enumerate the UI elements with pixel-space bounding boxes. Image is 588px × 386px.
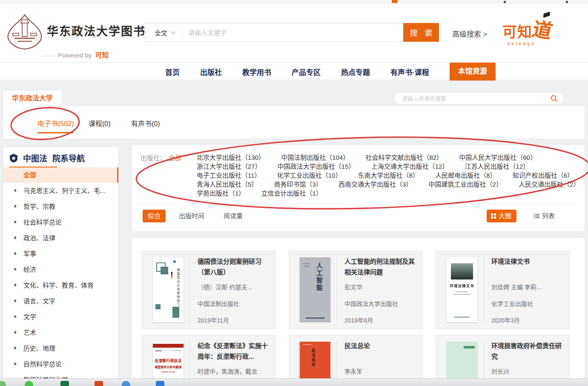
search-input[interactable] bbox=[182, 29, 404, 36]
category-item[interactable]: 社会科学总论 bbox=[3, 214, 118, 230]
nav-item-audiobooks-courses[interactable]: 有声书·课程 bbox=[390, 66, 429, 77]
book-date: 2020年3月 bbox=[491, 316, 565, 324]
arrow-right-icon bbox=[14, 362, 17, 366]
taskbar-app-icon[interactable] bbox=[0, 381, 6, 386]
taskbar-app-icon[interactable] bbox=[60, 381, 69, 386]
book-cover: 人工智能 bbox=[300, 257, 330, 322]
resource-search-input[interactable] bbox=[394, 95, 550, 102]
book-card[interactable]: 反垄断行政执法 典型案件分析与解读 （2008-2018） 纪念《反垄断法》实施… bbox=[142, 335, 276, 378]
arrow-right-icon bbox=[14, 315, 17, 318]
publisher-filter-item[interactable]: 中国法制出版社（104） bbox=[281, 154, 349, 161]
publisher-filter-item[interactable]: 江苏人民出版社（12） bbox=[465, 163, 530, 170]
university-emblem bbox=[6, 13, 43, 54]
category-item[interactable]: 艺术 bbox=[3, 325, 118, 340]
advanced-search-link[interactable]: 高级搜索 > bbox=[452, 28, 488, 39]
book-cover: H 环境损害 政府补偿责任研究 bbox=[447, 342, 477, 378]
book-title: 人工智能的刑法规制及其相关法律问题 bbox=[344, 256, 418, 277]
publisher-filter-item[interactable]: 中国政法大学出版社（15） bbox=[278, 163, 355, 170]
divider bbox=[484, 257, 484, 323]
tab-audiobooks[interactable]: 有声书(0) bbox=[131, 118, 160, 128]
category-item[interactable]: 历史、地理 bbox=[3, 340, 118, 356]
book-card[interactable]: 民法总论 民法总论 李永军 bbox=[289, 335, 423, 378]
browser-edge-strip bbox=[0, 0, 588, 3]
browser-tab-favicon bbox=[392, 0, 398, 3]
taskbar-app-icon[interactable] bbox=[122, 381, 130, 386]
publisher-filter-item[interactable]: 化学工业出版社（10） bbox=[277, 172, 342, 179]
sort-read-count-button[interactable]: 阅读量 bbox=[224, 210, 243, 222]
mountain-photo bbox=[451, 263, 473, 279]
nav-item-publishers[interactable]: 出版社 bbox=[200, 66, 222, 77]
nav-item-library-resources[interactable]: 本馆资源 bbox=[450, 63, 496, 81]
book-cover: 德国债法分则案例研习 bbox=[153, 257, 184, 322]
publisher-filter-item[interactable]: 北京大学出版社（130） bbox=[197, 154, 265, 161]
category-item-all[interactable]: 全部 bbox=[3, 167, 118, 183]
divider bbox=[141, 204, 573, 204]
publisher-filter-label: 出版社： bbox=[141, 153, 166, 162]
publisher-filter-item[interactable]: 知识产权出版社（6） bbox=[513, 172, 574, 179]
publisher-filter-item[interactable]: 商务印书馆（3） bbox=[274, 181, 322, 188]
category-item[interactable]: 文化、科学、教育、体育 bbox=[3, 277, 118, 293]
publisher-filter-item[interactable]: 青海人民出版社（5） bbox=[197, 181, 258, 188]
tab-ebooks[interactable]: 电子书(502) bbox=[37, 118, 74, 128]
sidebar-tab-clc[interactable]: 中图法 bbox=[23, 152, 47, 164]
arrow-right-icon bbox=[14, 252, 17, 255]
taskbar-app-icon[interactable] bbox=[156, 381, 164, 386]
book-date: 2019年8月 bbox=[344, 316, 418, 324]
book-card[interactable]: 人工智能 人工智能的刑法规制及其相关法律问题 彭文华 中国政法大学出版社 201… bbox=[289, 251, 423, 329]
category-item[interactable]: 哲学、宗教 bbox=[3, 199, 118, 214]
sort-publish-time-button[interactable]: 出版时间 bbox=[179, 210, 204, 222]
publisher-filter-item[interactable]: 电子工业出版社（11） bbox=[197, 172, 261, 179]
sidebar-tab-departments[interactable]: 院系导航 bbox=[52, 152, 85, 164]
book-card[interactable]: 德国债法分则案例研习 德国债法分则案例研习（第八版） （德）汉斯·约瑟夫... … bbox=[142, 251, 276, 329]
publisher-filter-item[interactable]: 中国建筑工业出版社（2） bbox=[429, 181, 502, 188]
nav-item-product-zone[interactable]: 产品专区 bbox=[292, 66, 321, 77]
taskbar-app-icon[interactable] bbox=[95, 381, 103, 386]
book-cover: 环境法律文书 bbox=[447, 257, 477, 322]
windows-taskbar[interactable] bbox=[0, 378, 588, 386]
category-item[interactable]: 政治、法律 bbox=[3, 230, 118, 246]
nav-item-home[interactable]: 首页 bbox=[165, 66, 180, 77]
book-author: （德）汉斯·约瑟夫... bbox=[198, 282, 271, 291]
search-scope-dropdown[interactable]: 全文 bbox=[145, 28, 182, 37]
category-item[interactable]: 马克思主义、列宁主义、毛... bbox=[3, 183, 118, 199]
category-item[interactable]: 军事 bbox=[3, 246, 118, 262]
view-large-button[interactable]: 大图 bbox=[487, 210, 516, 222]
publisher-filter-item[interactable]: 社会科学文献出版社（82） bbox=[365, 154, 443, 161]
publisher-filter-item[interactable]: 中国人民大学出版社（60） bbox=[459, 154, 536, 161]
book-card[interactable]: H 环境损害 政府补偿责任研究 环境损害政府补偿责任研究 刘长兴 bbox=[436, 335, 570, 378]
publisher-filter-item[interactable]: 学苑出版社（1） bbox=[197, 190, 245, 197]
main-nav: 首页 出版社 教学用书 产品专区 热点专题 有声书·课程 本馆资源 bbox=[0, 62, 588, 80]
publisher-filter-all[interactable]: 全部 bbox=[169, 153, 181, 162]
publisher-filter-list: 北京大学出版社（130） 中国法制出版社（104） 社会科学文献出版社（82） … bbox=[197, 153, 578, 198]
taskbar-app-icon[interactable] bbox=[25, 381, 33, 386]
main-search-bar: 全文 bbox=[145, 23, 404, 42]
chevron-down-icon bbox=[171, 29, 175, 34]
book-title: 民法总论 bbox=[344, 340, 418, 351]
tab-courses[interactable]: 课程(0) bbox=[89, 118, 111, 128]
nav-item-hot-topics[interactable]: 热点专题 bbox=[341, 66, 370, 77]
search-button[interactable]: 搜 索 bbox=[403, 23, 439, 42]
arrow-right-icon bbox=[14, 236, 17, 239]
publisher-filter-item[interactable]: 立信会计出版社（1） bbox=[261, 190, 322, 197]
publisher-filter-item[interactable]: 西南交通大学出版社（3） bbox=[338, 181, 412, 188]
sort-comprehensive-button[interactable]: 综合 bbox=[143, 210, 166, 222]
publisher-filter-item[interactable]: 东南大学出版社（8） bbox=[358, 172, 419, 179]
category-sidebar: 中图法 院系导航 全部 马克思主义、列宁主义、毛... 哲学、宗教 社会科学总论… bbox=[3, 147, 118, 378]
arrow-right-icon bbox=[14, 189, 17, 192]
publisher-filter-item[interactable]: 上海交通大学出版社（12） bbox=[371, 163, 449, 170]
publisher-filter-item[interactable]: 浙江大学出版社（27） bbox=[197, 163, 261, 170]
category-item[interactable]: 文学 bbox=[3, 309, 118, 325]
search-icon[interactable] bbox=[550, 95, 558, 102]
book-publisher: 中国法制出版社 bbox=[198, 299, 271, 308]
view-list-button[interactable]: 列表 bbox=[534, 210, 555, 222]
book-card[interactable]: 环境法律文书 环境法律文书 刘佳娉 主编 李莉... 化学工业出版社 2020年… bbox=[436, 251, 570, 329]
publisher-filter-item[interactable]: 人民交通出版社（2） bbox=[519, 181, 579, 188]
category-item[interactable]: 经济 bbox=[3, 262, 118, 277]
nav-item-teaching-books[interactable]: 教学用书 bbox=[242, 66, 271, 77]
book-grid: 德国债法分则案例研习 德国债法分则案例研习（第八版） （德）汉斯·约瑟夫... … bbox=[132, 238, 585, 378]
publisher-filter-item[interactable]: 人民邮电出版社（8） bbox=[435, 172, 496, 179]
category-item[interactable]: 自然科学总论 bbox=[3, 356, 118, 372]
book-cover: 反垄断行政执法 典型案件分析与解读 （2008-2018） bbox=[153, 342, 184, 378]
library-tab[interactable]: 华东政法大学 bbox=[3, 91, 61, 106]
category-item[interactable]: 语言、文字 bbox=[3, 293, 118, 309]
